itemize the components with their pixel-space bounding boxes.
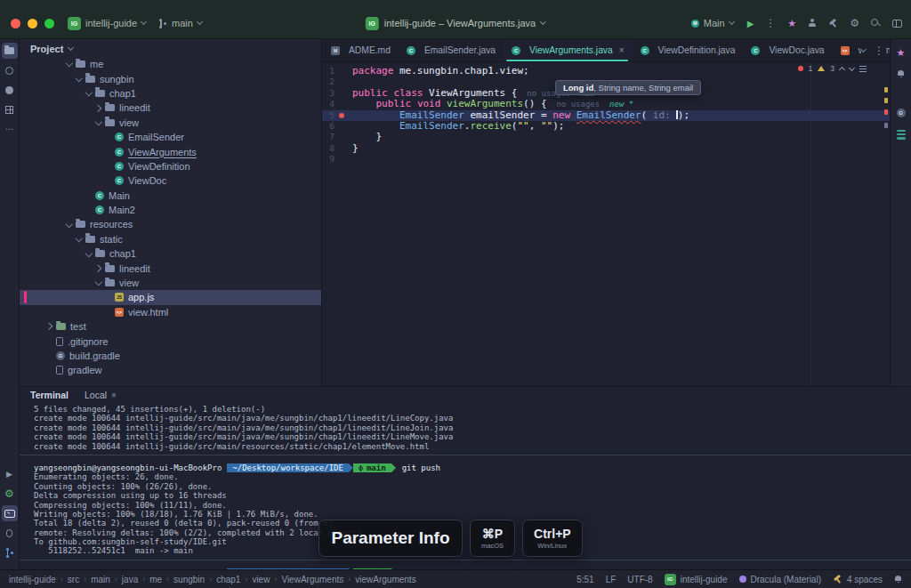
folder-icon xyxy=(85,236,95,243)
tree-item-build.gradle[interactable]: Gbuild.gradle xyxy=(20,349,321,363)
tree-item-chap1[interactable]: chap1 xyxy=(20,86,321,101)
tab-ViewDoc.java[interactable]: CViewDoc.java xyxy=(742,39,831,61)
tree-item-view[interactable]: view xyxy=(20,276,321,290)
tree-item-gradlew[interactable]: gradlew xyxy=(20,363,321,377)
previous-problem-icon[interactable] xyxy=(839,66,845,72)
tree-item-Main[interactable]: CMain xyxy=(20,189,321,203)
notifications-tool-button[interactable] xyxy=(893,66,909,82)
tree-item-resources[interactable]: resources xyxy=(20,217,321,231)
close-terminal-tab-icon[interactable]: × xyxy=(111,391,117,400)
tree-item-static[interactable]: static xyxy=(20,232,321,246)
close-window-button[interactable] xyxy=(11,19,20,28)
tree-item-Main2[interactable]: CMain2 xyxy=(20,203,321,217)
chevron-open-icon[interactable] xyxy=(93,278,103,288)
more-tool-windows-button[interactable]: ⋯ xyxy=(2,121,18,137)
minimize-window-button[interactable] xyxy=(28,19,37,28)
terminal-tab-local[interactable]: Local × xyxy=(85,390,117,400)
tree-item-view[interactable]: view xyxy=(20,116,321,130)
line-separator-widget[interactable]: LF xyxy=(606,575,617,584)
tree-item-ViewDoc[interactable]: CViewDoc xyxy=(20,173,321,188)
gradle-tool-button[interactable]: G xyxy=(893,105,909,121)
chevron-closed-icon[interactable] xyxy=(93,263,103,273)
chevron-open-icon[interactable] xyxy=(64,220,74,230)
tree-item-test[interactable]: test xyxy=(20,319,321,334)
breadcrumb-item-chap1[interactable]: chap1 xyxy=(216,575,240,584)
services-tool-button[interactable]: ⚙ xyxy=(2,486,18,502)
hidden-tabs-chevron-icon[interactable] xyxy=(860,46,867,52)
chevron-closed-icon[interactable] xyxy=(93,103,103,113)
run-tool-button[interactable]: ▶ xyxy=(2,466,18,482)
notifications-button[interactable] xyxy=(894,576,902,584)
project-tree[interactable]: mesungbinchap1lineeditviewCEmailSenderCV… xyxy=(20,57,321,386)
tab-EmailSender.java[interactable]: CEmailSender.java xyxy=(398,39,503,61)
settings-gear-icon[interactable]: ⚙ xyxy=(850,18,859,28)
breadcrumb-item-me[interactable]: me xyxy=(149,575,162,584)
next-problem-icon[interactable] xyxy=(849,64,855,70)
breadcrumb-item-intellij-guide[interactable]: intellij-guide xyxy=(9,575,56,584)
tree-item-view.html[interactable]: <>view.html xyxy=(20,305,321,319)
code-editor[interactable]: 1package me.sungbin.chap1.view;23public … xyxy=(322,62,890,386)
tree-item-chap1[interactable]: chap1 xyxy=(20,246,321,261)
class-icon: C xyxy=(115,133,124,141)
chevron-open-icon[interactable] xyxy=(74,234,84,244)
theme-widget[interactable]: Dracula (Material) xyxy=(739,575,821,584)
line-number: 3 xyxy=(324,88,335,99)
fullscreen-window-button[interactable] xyxy=(44,19,54,28)
tree-item-ViewArguments[interactable]: CViewArguments xyxy=(20,144,321,158)
chevron-open-icon[interactable] xyxy=(84,88,93,98)
project-tool-button[interactable] xyxy=(2,43,18,59)
tree-item-ViewDefinition[interactable]: CViewDefinition xyxy=(20,159,321,173)
tree-item-sungbin[interactable]: sungbin xyxy=(20,71,321,85)
tab-ViewDefinition.java[interactable]: CViewDefinition.java xyxy=(632,39,743,61)
chevron-open-icon[interactable] xyxy=(74,74,84,84)
chevron-open-icon[interactable] xyxy=(64,60,74,69)
breadcrumb-item-view[interactable]: view xyxy=(252,575,270,584)
project-panel-header[interactable]: Project xyxy=(20,39,321,59)
branch-icon xyxy=(359,465,364,471)
breadcrumb-item-viewArguments[interactable]: viewArguments xyxy=(355,575,415,584)
tree-item-app.js[interactable]: JSapp.js xyxy=(20,290,321,304)
chevron-closed-icon[interactable] xyxy=(44,322,54,332)
breadcrumb-item-src[interactable]: src xyxy=(68,575,79,584)
commit-tool-button[interactable] xyxy=(2,62,18,78)
code-with-me-icon[interactable] xyxy=(808,19,817,28)
breadcrumb-item-main[interactable]: main xyxy=(91,575,110,584)
breadcrumb-item-ViewArguments[interactable]: ViewArguments xyxy=(281,575,343,584)
layout-settings-icon[interactable] xyxy=(892,20,902,28)
caret-position-widget[interactable]: 5:51 xyxy=(576,575,593,584)
more-actions-button[interactable]: ⋮ xyxy=(765,17,776,29)
tab-options-icon[interactable]: ⋮ xyxy=(874,44,884,57)
tree-item-lineedit[interactable]: lineedit xyxy=(20,261,321,275)
terminal-tool-button[interactable] xyxy=(2,505,18,521)
close-tab-icon[interactable]: × xyxy=(619,45,625,55)
tree-item-me[interactable]: me xyxy=(20,57,321,71)
breadcrumb-item-java[interactable]: java xyxy=(122,575,138,584)
tab-ViewArguments.java[interactable]: CViewArguments.java× xyxy=(503,39,632,61)
git-tool-button[interactable] xyxy=(2,544,18,560)
project-widget[interactable]: IG intellij-guide xyxy=(61,15,152,32)
tree-item-.gitignore[interactable]: .gitignore xyxy=(20,334,321,348)
structure-tool-button[interactable] xyxy=(2,101,18,117)
terminal-line: 5 files changed, 45 insertions(+), 1 del… xyxy=(34,405,911,414)
indent-widget[interactable]: 4 spaces xyxy=(833,575,883,584)
chevron-open-icon[interactable] xyxy=(84,249,93,259)
tab-ADME.md[interactable]: MADME.md xyxy=(322,39,398,61)
search-everywhere-icon[interactable] xyxy=(871,19,881,28)
breadcrumb-item-sungbin[interactable]: sungbin xyxy=(173,575,205,584)
encoding-widget[interactable]: UTF-8 xyxy=(627,575,652,584)
problems-tool-button[interactable] xyxy=(2,525,18,541)
database-tool-button[interactable] xyxy=(893,126,909,142)
inspections-menu-icon[interactable] xyxy=(859,66,867,72)
tree-item-lineedit[interactable]: lineedit xyxy=(20,101,321,115)
tree-item-EmailSender[interactable]: CEmailSender xyxy=(20,130,321,144)
run-configuration-selector[interactable]: M Main xyxy=(689,16,736,30)
build-icon[interactable] xyxy=(828,19,838,28)
chevron-open-icon[interactable] xyxy=(93,117,103,127)
inspections-widget[interactable]: 1 3 xyxy=(798,64,867,73)
ai-assistant-tool-button[interactable]: ★ xyxy=(893,44,909,60)
ai-assistant-icon[interactable]: ★ xyxy=(787,18,796,29)
project-status-widget[interactable]: IG intellij-guide xyxy=(665,574,728,585)
pull-requests-tool-button[interactable] xyxy=(2,82,18,98)
run-button[interactable]: ▶ xyxy=(747,19,754,28)
branch-widget[interactable]: main xyxy=(152,16,208,30)
